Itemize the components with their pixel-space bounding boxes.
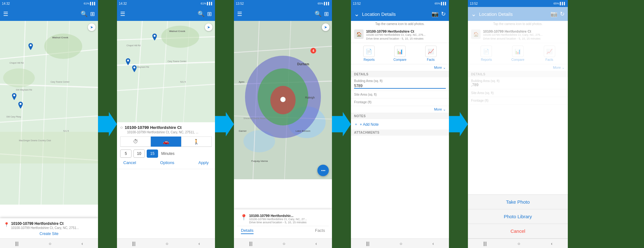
tab-details[interactable]: Details	[241, 228, 254, 234]
layers-icon-1[interactable]: ⊞	[90, 10, 95, 17]
arrow-svg-1	[98, 108, 117, 140]
building-area-input-4[interactable]	[354, 84, 446, 89]
map-area-2[interactable]: Walnut Creek Chapel Hill Rd SW Maynard R…	[117, 21, 215, 122]
map-pin-2c[interactable]	[125, 58, 131, 67]
time-3: 13:52	[236, 2, 244, 5]
nav-back-icon-2[interactable]: ‹	[199, 241, 200, 246]
nav-menu-icon-5[interactable]: |||	[483, 241, 487, 246]
back-chevron-icon-4[interactable]: ⌄	[354, 10, 359, 18]
action-reports-4[interactable]: 📄 Reports	[363, 46, 375, 61]
status-bar-5: 13:52 65% ▌▌▌	[468, 0, 568, 7]
nav-back-icon-1[interactable]: ‹	[82, 241, 83, 246]
svg-marker-58	[332, 112, 351, 136]
svg-text:Fuquay-Vanna: Fuquay-Vanna	[251, 160, 268, 162]
tab-facts[interactable]: Facts	[315, 228, 325, 234]
svg-text:Walnut Creek: Walnut Creek	[52, 36, 68, 39]
options-button[interactable]: Options	[160, 160, 175, 165]
map-pin-3[interactable]	[11, 93, 17, 101]
notes-section-header-4: NOTES	[351, 113, 449, 119]
nav-menu-icon-3[interactable]: |||	[249, 241, 253, 246]
mode-tabs: ⏱ 🚗 🚶	[120, 137, 212, 147]
compass-button-1[interactable]: ➤	[88, 23, 95, 31]
fab-button[interactable]: ···	[317, 165, 329, 176]
action-row: Cancel Options Apply	[120, 158, 212, 166]
location-title-1: 10100-10799 Hertfordshire Ct	[11, 221, 79, 226]
loc-info-drive-5: Drive time around location - 5, 10, 15 m…	[483, 37, 565, 40]
battery-1: 61%	[84, 2, 89, 5]
cancel-button[interactable]: Cancel	[123, 160, 136, 165]
nav-home-icon-5[interactable]: ○	[518, 241, 520, 246]
action-facts-4[interactable]: 📈 Facts	[425, 46, 437, 61]
nav-home-icon-3[interactable]: ○	[283, 241, 285, 246]
mode-tab-clock[interactable]: ⏱	[120, 137, 151, 147]
location-info-bar: 📍 10100-10799 Hertfordshir... 10100-1079…	[234, 209, 332, 238]
location-details-title-4: Location Details	[362, 11, 429, 17]
svg-rect-10	[0, 132, 98, 163]
nav-menu-icon-4[interactable]: |||	[366, 241, 370, 246]
reports-label-5: Reports	[481, 58, 492, 61]
location-drive-time: Drive time around location - 5, 10, 15 m…	[249, 221, 307, 224]
map-pin-2b[interactable]	[132, 65, 137, 73]
signal-icon-5: ▌▌▌	[560, 2, 566, 5]
menu-icon-2[interactable]: ☰	[120, 10, 125, 17]
search-icon-1[interactable]: 🔍	[81, 10, 88, 17]
nav-home-icon-1[interactable]: ○	[49, 241, 51, 246]
map-pin-2[interactable]	[18, 102, 23, 110]
refresh-icon-4[interactable]: ↻	[441, 10, 446, 17]
menu-icon-1[interactable]: ☰	[3, 10, 8, 17]
apply-button[interactable]: Apply	[198, 160, 209, 165]
drive-time-row: 5 10 15 Minutes	[120, 149, 212, 158]
mode-tab-walk[interactable]: 🚶	[181, 137, 212, 147]
camera-hint-5: Tap the camera icon to add photos.	[468, 21, 568, 27]
building-area-field-5: Building Area (sq. ft) ,789	[468, 77, 568, 89]
map-pin-1[interactable]	[28, 43, 34, 51]
add-note-row-4[interactable]: ＋ + Add Note	[351, 119, 449, 130]
map-area-3[interactable]: Durham Raleigh Apex Fuquay-Vanna Garner …	[234, 21, 332, 179]
building-area-value-5: ,789	[471, 83, 565, 87]
signal-icon-2: ▌▌▌	[207, 2, 213, 5]
drive-time-10[interactable]: 10	[133, 149, 145, 158]
nav-back-icon-4[interactable]: ‹	[432, 241, 434, 246]
attachments-section-header-4: ATTACHMENTS	[351, 130, 449, 136]
layers-icon-2[interactable]: ⊞	[207, 10, 212, 17]
building-area-field-4: Building Area (sq. ft)	[351, 77, 449, 91]
site-area-label-4: Site Area (sq. ft)	[354, 93, 446, 96]
loc-details-app-bar-4: ⌄ Location Details 📷 ↻	[351, 7, 449, 21]
app-bar-3: ☰ 🔍 ⊞	[234, 7, 332, 21]
layers-icon-3[interactable]: ⊞	[324, 10, 329, 17]
search-icon-3[interactable]: 🔍	[315, 10, 322, 17]
mode-tab-car[interactable]: 🚗	[151, 137, 181, 147]
camera-icon-4[interactable]: 📷	[432, 10, 439, 17]
compass-button-3[interactable]: ➤	[322, 23, 329, 31]
nav-back-icon-5[interactable]: ‹	[551, 241, 553, 246]
nav-menu-icon-2[interactable]: |||	[132, 241, 136, 246]
take-photo-button[interactable]: Take Photo	[468, 195, 568, 209]
location-details-title-5: Location Details	[479, 11, 548, 17]
map-area-1[interactable]: Walnut Creek Chapel Hill Rd SW Maynard R…	[0, 21, 98, 205]
arrow-3	[332, 0, 351, 248]
cancel-sheet-button[interactable]: Cancel	[468, 224, 568, 238]
nav-back-icon-3[interactable]: ‹	[316, 241, 317, 246]
signal-icon-4: ▌▌▌	[441, 2, 447, 5]
arrow-svg-4	[449, 108, 468, 140]
action-compare-4[interactable]: 📊 Compare	[393, 46, 406, 61]
menu-icon-3[interactable]: ☰	[237, 10, 242, 17]
svg-point-57	[280, 97, 285, 102]
facts-icon-4: 📈	[425, 46, 437, 57]
photo-library-button[interactable]: Photo Library	[468, 209, 568, 224]
drive-time-15[interactable]: 15	[147, 149, 158, 158]
nav-home-icon-4[interactable]: ○	[400, 241, 402, 246]
more-row-4[interactable]: More ⌄	[351, 64, 449, 71]
badge-count: 4	[310, 48, 316, 54]
phone-panel-2: 14:32 61% ▌▌▌ ☰ 🔍 ⊞ Walnut Creek Chapel …	[117, 0, 215, 248]
create-site-link[interactable]: Create Site	[4, 232, 94, 236]
location-name: ○ 10100-10799 Hertfordshire Ct	[120, 125, 212, 130]
drive-time-5[interactable]: 5	[120, 149, 132, 158]
more-fields-row-4[interactable]: More ⌄	[351, 106, 449, 113]
compass-button-2[interactable]: ➤	[205, 23, 212, 31]
search-icon-2[interactable]: 🔍	[198, 10, 205, 17]
nav-home-icon-2[interactable]: ○	[166, 241, 168, 246]
nav-menu-icon-1[interactable]: |||	[15, 241, 19, 246]
location-info-subtitle: 10100-10799 Hertfordshire Ct, Cary, NC, …	[249, 218, 307, 221]
map-pin-2a[interactable]	[152, 34, 157, 42]
